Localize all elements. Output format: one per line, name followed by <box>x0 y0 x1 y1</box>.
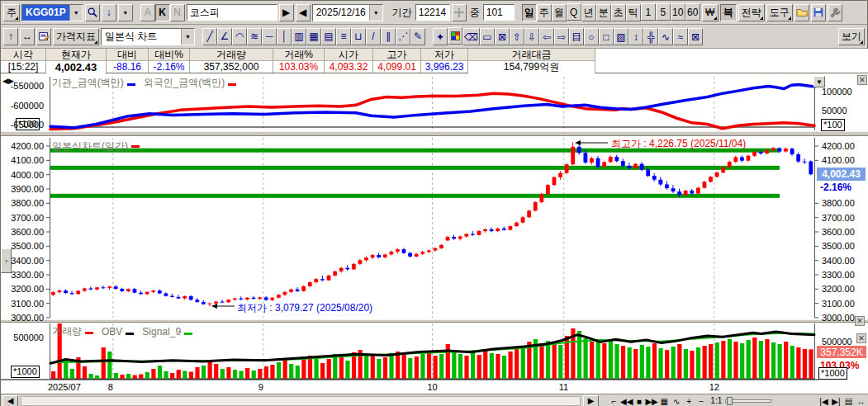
zoom-area-button[interactable]: ▧ <box>614 28 628 45</box>
shift-left-button[interactable]: ⇦ <box>539 28 554 45</box>
palette-button[interactable] <box>448 27 462 45</box>
horizontal-scrollbar[interactable] <box>21 396 581 406</box>
save-chart-button[interactable] <box>811 4 826 21</box>
timeframe-년[interactable]: 년 <box>581 4 596 21</box>
scale-up-button[interactable]: ↑ <box>3 28 18 45</box>
timeframe-틱[interactable]: 틱 <box>626 4 641 21</box>
shift-up-button[interactable]: ⇧ <box>510 28 524 45</box>
market-flag-k[interactable]: K <box>155 4 170 21</box>
move-icon[interactable] <box>452 4 467 21</box>
symbol-combo[interactable]: KGG01P ▼ <box>21 4 83 21</box>
strategy-button[interactable]: 전략 <box>738 4 765 21</box>
zigzag-button[interactable]: ∿ <box>658 28 673 45</box>
ellipse-button[interactable]: ○ <box>584 28 599 45</box>
parallel-hatch-button[interactable]: ⋰ <box>396 28 410 45</box>
short-diagonal-button[interactable]: / <box>366 28 381 45</box>
vertical-line-button[interactable]: │ <box>277 28 292 45</box>
won-scale-button[interactable]: ₩ <box>702 4 719 21</box>
vertical-grid-button[interactable]: ▥ <box>292 28 306 45</box>
close-overlay-button[interactable]: ⊠ <box>688 28 703 45</box>
main-close-button[interactable]: ✕ <box>855 316 865 326</box>
symbol-code[interactable]: KGG01P <box>22 5 69 21</box>
arc-button[interactable]: ◠ <box>232 28 247 45</box>
auto-analysis-button[interactable]: ∿ <box>671 396 683 406</box>
view-button[interactable]: 보기 <box>838 28 865 45</box>
flow-collapse-button[interactable]: ▼ <box>813 76 825 87</box>
scroll-right-button[interactable]: ▶ <box>583 395 599 406</box>
date-value[interactable]: 2025/12/16 <box>313 5 369 21</box>
panel-splitter[interactable] <box>1 131 868 136</box>
rectangle-button[interactable]: □ <box>599 28 614 45</box>
data-window-button[interactable]: 目 <box>569 28 584 45</box>
dense-grid-button[interactable]: ▦ <box>306 28 321 45</box>
timeframe-5[interactable]: 5 <box>656 3 671 21</box>
ratio-button[interactable]: 1:1 <box>710 395 723 406</box>
section-repeat-button[interactable]: ⌐ <box>608 396 620 406</box>
timeframe-Q[interactable]: Q <box>567 3 581 21</box>
chart-area[interactable]: 기관_금액(백만)외국인_금액(백만) 일본식차트(일간) 거래량OBVSign… <box>1 73 868 394</box>
chart-canvas[interactable] <box>1 73 868 394</box>
tools-button[interactable]: 도구 <box>766 4 793 21</box>
frame-setting-button[interactable]: ▦ <box>658 396 671 406</box>
count-input[interactable]: 101 <box>483 4 515 21</box>
timeframe-1[interactable]: 1 <box>641 3 656 21</box>
open-chart-button[interactable] <box>794 4 809 21</box>
settings-button[interactable] <box>828 4 842 21</box>
next-symbol-button[interactable]: ▶ <box>279 4 294 21</box>
chevron-down-icon[interactable]: ▼ <box>69 5 83 21</box>
volume-close-button[interactable]: ✕ <box>856 333 866 343</box>
pencil-button[interactable]: ✎ <box>410 28 425 45</box>
memo-button[interactable]: ▤ <box>842 396 855 406</box>
price-indicator-button[interactable]: 가격지표 <box>53 28 99 45</box>
rewind-button[interactable]: ◀◀ <box>620 396 633 406</box>
slider-thumb[interactable] <box>727 397 733 405</box>
forward-button[interactable]: ▶▶ <box>645 396 657 406</box>
fib-retrace-button[interactable]: ▤ <box>321 28 336 45</box>
expand-button[interactable]: ↔ <box>855 396 867 406</box>
symbol-search-button[interactable] <box>85 4 100 21</box>
parallel-lines-button[interactable]: ∥ <box>381 28 396 45</box>
shift-right-button[interactable]: ⇨ <box>554 28 569 45</box>
fan-lines-button[interactable]: ≋ <box>247 28 262 45</box>
timeframe-월[interactable]: 월 <box>552 4 567 21</box>
period-input[interactable]: 12214 <box>415 4 450 21</box>
symbol-list-dropdown[interactable]: ▼ <box>118 4 133 21</box>
select-region-button[interactable]: ▭ <box>480 28 495 45</box>
fit-width-button[interactable]: ↔ <box>20 28 35 45</box>
go-first-button[interactable]: |◀ <box>818 396 830 406</box>
scale-adjust-button[interactable]: ↕ <box>628 28 643 45</box>
restore-button[interactable]: 복 <box>720 4 737 21</box>
market-flag-n[interactable]: N <box>170 4 185 21</box>
timeframe-60[interactable]: 60 <box>685 3 700 21</box>
chart-type-value[interactable]: 일본식 차트 <box>102 29 181 45</box>
memo-button[interactable] <box>36 28 51 45</box>
timeframe-일[interactable]: 일 <box>522 4 537 21</box>
symbol-name-input[interactable]: 코스피 <box>187 4 277 21</box>
pan-chart-button[interactable]: ╬ <box>643 28 658 45</box>
eraser-button[interactable]: ⌫ <box>462 28 480 45</box>
zoom-in-button[interactable]: + <box>683 396 695 406</box>
zoom-out-button[interactable]: − <box>695 396 708 406</box>
panel-splitter[interactable] <box>1 319 868 323</box>
chevron-down-icon[interactable]: ▼ <box>181 29 194 45</box>
trendline-button[interactable]: ╱ <box>202 28 217 45</box>
chevron-down-icon[interactable]: ▼ <box>369 5 382 21</box>
flow-close-button[interactable]: ✕ <box>857 75 867 85</box>
angle-line-button[interactable]: ∠ <box>217 28 232 45</box>
stop-button[interactable]: ■ <box>633 396 645 406</box>
wave-button[interactable]: ≈ <box>673 28 688 45</box>
horizontal-levels-button[interactable]: ≡ <box>336 28 351 45</box>
shift-down-button[interactable]: ⇩ <box>524 28 539 45</box>
horizontal-line-button[interactable]: ─ <box>262 28 277 45</box>
prev-symbol-button[interactable]: ◀ <box>296 4 311 21</box>
timeframe-10[interactable]: 10 <box>671 3 685 21</box>
scroll-left-button[interactable]: ◀ <box>2 395 18 406</box>
timeframe-주[interactable]: 주 <box>537 4 552 21</box>
left-pane-expand-button[interactable]: › <box>1 248 12 273</box>
channel-button[interactable]: ⊔ <box>351 28 366 45</box>
date-combo[interactable]: 2025/12/16 ▼ <box>312 4 383 21</box>
go-last-button[interactable]: ▶| <box>830 396 842 406</box>
symbol-list-button[interactable]: ↓ <box>102 4 116 21</box>
delete-drawing-button[interactable]: ⊠ <box>495 28 510 45</box>
chart-type-combo[interactable]: 일본식 차트 ▼ <box>101 28 195 45</box>
